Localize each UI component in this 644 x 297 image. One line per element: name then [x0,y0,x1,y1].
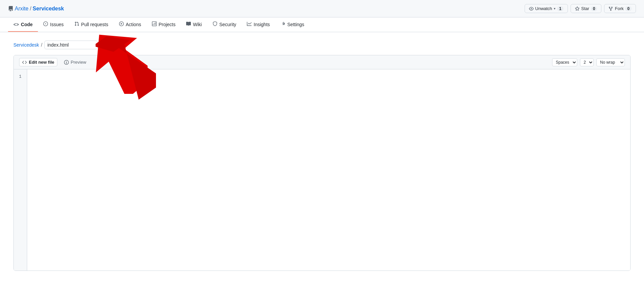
tab-code[interactable]: <> Code [8,18,38,32]
security-icon [213,21,217,27]
breadcrumb-parent-link[interactable]: Servicedesk [13,42,39,48]
breadcrumb-separator: / [41,42,42,48]
edit-tab[interactable]: Edit new file [19,58,57,66]
cancel-button[interactable]: Cancel [100,40,126,50]
editor-header: Edit new file Preview Spaces Tabs 2 4 [14,55,630,69]
org-link[interactable]: Arxite [15,6,29,12]
code-icon: <> [13,22,19,27]
star-label: Star [581,6,589,11]
line-number-1: 1 [16,73,24,80]
insights-icon [247,21,252,27]
pr-icon [74,21,79,27]
settings-icon [281,21,285,27]
unwatch-button[interactable]: Unwatch ▾ 1 [525,4,568,13]
top-bar: Arxite / Servicedesk Unwatch ▾ 1 Star 0 … [0,0,644,17]
preview-tab[interactable]: Preview [61,58,89,66]
unwatch-count: 1 [557,6,564,11]
tab-insights-label: Insights [254,22,270,27]
repo-link[interactable]: Servicedesk [33,6,64,12]
tab-security-label: Security [219,22,236,27]
tab-settings-label: Settings [287,22,305,27]
tab-projects[interactable]: Projects [147,17,181,32]
preview-icon [64,60,69,65]
tab-wiki-label: Wiki [193,22,202,27]
editor-body: 1 [14,69,630,271]
main-content: Servicedesk / Cancel Edit new file Previ… [0,32,644,279]
tab-wiki[interactable]: Wiki [181,17,207,32]
editor-container: Edit new file Preview Spaces Tabs 2 4 [13,55,631,271]
tab-issues[interactable]: Issues [38,17,69,32]
star-count: 0 [591,6,597,11]
editor-header-left: Edit new file Preview [19,58,89,66]
line-numbers: 1 [14,69,27,271]
edit-tab-label: Edit new file [29,60,54,65]
tab-actions-label: Actions [126,22,141,27]
editor-header-right: Spaces Tabs 2 4 8 No wrap Soft wrap [552,58,625,66]
indent-select[interactable]: 2 4 8 [580,58,594,66]
wiki-icon [186,21,191,27]
unwatch-dropdown-arrow: ▾ [554,7,555,10]
tab-pull-requests[interactable]: Pull requests [69,17,114,32]
repo-icon [8,6,13,11]
tab-settings[interactable]: Settings [275,17,310,32]
star-icon [575,6,580,11]
projects-icon [152,21,157,27]
spaces-select[interactable]: Spaces Tabs [552,58,577,66]
actions-icon [119,21,124,27]
breadcrumb: Servicedesk / Cancel [13,40,631,50]
repo-title: Arxite / Servicedesk [8,6,64,12]
eye-icon [529,6,534,11]
repo-separator: / [30,6,31,12]
star-button[interactable]: Star 0 [571,4,602,13]
filename-input[interactable] [44,41,98,49]
fork-label: Fork [615,6,624,11]
unwatch-label: Unwatch [535,6,552,11]
tab-projects-label: Projects [159,22,176,27]
tab-pull-requests-label: Pull requests [81,22,108,27]
nav-tabs: <> Code Issues Pull requests Actions Pro… [0,17,644,32]
fork-count: 0 [625,6,632,11]
tab-code-label: Code [21,22,33,27]
fork-button[interactable]: Fork 0 [604,4,636,13]
wrap-select[interactable]: No wrap Soft wrap [596,58,625,66]
tab-actions[interactable]: Actions [114,17,147,32]
top-bar-actions: Unwatch ▾ 1 Star 0 Fork 0 [525,4,636,13]
tab-insights[interactable]: Insights [241,17,275,32]
tab-issues-label: Issues [50,22,63,27]
issues-icon [43,21,48,27]
editor-textarea[interactable] [27,69,630,271]
tab-security[interactable]: Security [207,17,242,32]
preview-tab-label: Preview [71,60,86,65]
fork-icon [608,6,613,11]
code-brackets-icon [22,60,27,65]
